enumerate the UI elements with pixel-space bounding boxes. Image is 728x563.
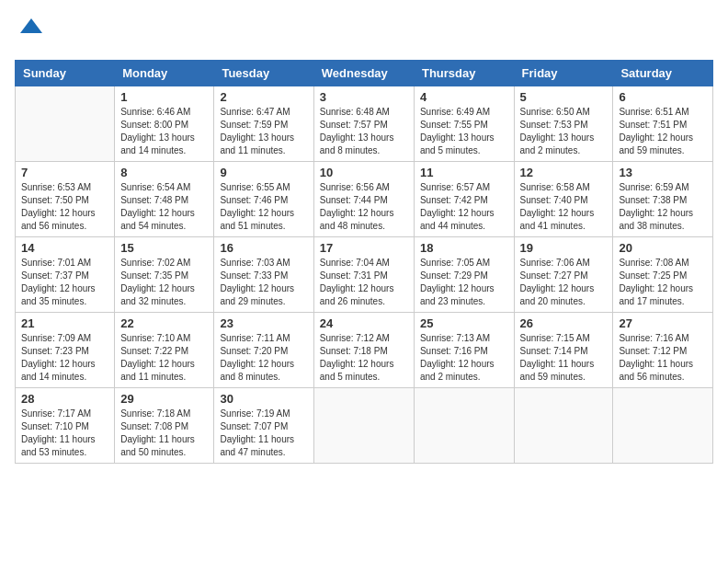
day-info: Sunrise: 6:53 AM Sunset: 7:50 PM Dayligh… (21, 181, 108, 233)
day-number: 13 (619, 166, 707, 179)
svg-marker-0 (20, 18, 42, 33)
day-number: 9 (220, 166, 307, 179)
day-info: Sunrise: 6:57 AM Sunset: 7:42 PM Dayligh… (420, 181, 508, 233)
day-info: Sunrise: 7:09 AM Sunset: 7:23 PM Dayligh… (21, 332, 108, 384)
day-info: Sunrise: 6:59 AM Sunset: 7:38 PM Dayligh… (619, 181, 707, 233)
header-sunday: Sunday (16, 61, 115, 86)
calendar-week-row: 14Sunrise: 7:01 AM Sunset: 7:37 PM Dayli… (16, 237, 713, 313)
calendar-cell: 22Sunrise: 7:10 AM Sunset: 7:22 PM Dayli… (115, 313, 214, 388)
logo (15, 15, 46, 49)
calendar-cell (414, 388, 514, 464)
day-info: Sunrise: 7:08 AM Sunset: 7:25 PM Dayligh… (619, 257, 707, 308)
day-info: Sunrise: 6:50 AM Sunset: 7:53 PM Dayligh… (520, 106, 608, 157)
day-number: 30 (220, 392, 307, 406)
day-number: 24 (320, 316, 408, 330)
day-info: Sunrise: 7:02 AM Sunset: 7:35 PM Dayligh… (120, 257, 208, 308)
calendar-cell: 6Sunrise: 6:51 AM Sunset: 7:51 PM Daylig… (613, 86, 713, 162)
calendar-table: SundayMondayTuesdayWednesdayThursdayFrid… (15, 60, 713, 464)
day-number: 5 (520, 90, 608, 104)
day-number: 22 (120, 316, 208, 330)
calendar-cell: 23Sunrise: 7:11 AM Sunset: 7:20 PM Dayli… (214, 313, 313, 388)
calendar-cell: 3Sunrise: 6:48 AM Sunset: 7:57 PM Daylig… (313, 86, 414, 162)
day-info: Sunrise: 7:06 AM Sunset: 7:27 PM Dayligh… (520, 257, 608, 308)
day-info: Sunrise: 7:18 AM Sunset: 7:08 PM Dayligh… (120, 408, 208, 459)
day-number: 27 (619, 316, 707, 330)
header-thursday: Thursday (414, 61, 514, 86)
day-number: 18 (420, 241, 508, 255)
day-info: Sunrise: 7:13 AM Sunset: 7:16 PM Dayligh… (420, 332, 508, 384)
calendar-cell: 10Sunrise: 6:56 AM Sunset: 7:44 PM Dayli… (313, 162, 414, 237)
day-info: Sunrise: 7:10 AM Sunset: 7:22 PM Dayligh… (120, 332, 208, 384)
header-tuesday: Tuesday (214, 61, 313, 86)
calendar-cell: 15Sunrise: 7:02 AM Sunset: 7:35 PM Dayli… (115, 237, 214, 313)
calendar-cell: 27Sunrise: 7:16 AM Sunset: 7:12 PM Dayli… (613, 313, 713, 388)
calendar-cell (613, 388, 713, 464)
calendar-cell: 17Sunrise: 7:04 AM Sunset: 7:31 PM Dayli… (313, 237, 414, 313)
header-wednesday: Wednesday (313, 61, 414, 86)
day-number: 17 (320, 241, 408, 255)
day-info: Sunrise: 7:05 AM Sunset: 7:29 PM Dayligh… (420, 257, 508, 308)
page-header (15, 15, 713, 49)
day-info: Sunrise: 6:55 AM Sunset: 7:46 PM Dayligh… (220, 181, 307, 233)
header-saturday: Saturday (613, 61, 713, 86)
day-number: 10 (320, 166, 408, 179)
header-friday: Friday (514, 61, 613, 86)
day-number: 20 (619, 241, 707, 255)
calendar-header-row: SundayMondayTuesdayWednesdayThursdayFrid… (16, 61, 713, 86)
day-info: Sunrise: 6:58 AM Sunset: 7:40 PM Dayligh… (520, 181, 608, 233)
day-info: Sunrise: 7:04 AM Sunset: 7:31 PM Dayligh… (320, 257, 408, 308)
calendar-cell: 8Sunrise: 6:54 AM Sunset: 7:48 PM Daylig… (115, 162, 214, 237)
day-number: 16 (220, 241, 307, 255)
day-info: Sunrise: 6:49 AM Sunset: 7:55 PM Dayligh… (420, 106, 508, 157)
calendar-cell (514, 388, 613, 464)
calendar-cell: 9Sunrise: 6:55 AM Sunset: 7:46 PM Daylig… (214, 162, 313, 237)
calendar-cell: 4Sunrise: 6:49 AM Sunset: 7:55 PM Daylig… (414, 86, 514, 162)
day-info: Sunrise: 7:01 AM Sunset: 7:37 PM Dayligh… (21, 257, 108, 308)
day-number: 8 (120, 166, 208, 179)
calendar-cell: 29Sunrise: 7:18 AM Sunset: 7:08 PM Dayli… (115, 388, 214, 464)
calendar-week-row: 28Sunrise: 7:17 AM Sunset: 7:10 PM Dayli… (16, 388, 713, 464)
calendar-cell: 28Sunrise: 7:17 AM Sunset: 7:10 PM Dayli… (16, 388, 115, 464)
header-monday: Monday (115, 61, 214, 86)
day-info: Sunrise: 6:47 AM Sunset: 7:59 PM Dayligh… (220, 106, 307, 157)
calendar-cell: 21Sunrise: 7:09 AM Sunset: 7:23 PM Dayli… (16, 313, 115, 388)
calendar-cell: 19Sunrise: 7:06 AM Sunset: 7:27 PM Dayli… (514, 237, 613, 313)
day-info: Sunrise: 7:15 AM Sunset: 7:14 PM Dayligh… (520, 332, 608, 384)
calendar-week-row: 7Sunrise: 6:53 AM Sunset: 7:50 PM Daylig… (16, 162, 713, 237)
day-number: 1 (120, 90, 208, 104)
calendar-cell: 11Sunrise: 6:57 AM Sunset: 7:42 PM Dayli… (414, 162, 514, 237)
day-number: 15 (120, 241, 208, 255)
day-info: Sunrise: 7:12 AM Sunset: 7:18 PM Dayligh… (320, 332, 408, 384)
day-info: Sunrise: 6:51 AM Sunset: 7:51 PM Dayligh… (619, 106, 707, 157)
day-number: 6 (619, 90, 707, 104)
day-number: 28 (21, 392, 108, 406)
calendar-cell: 20Sunrise: 7:08 AM Sunset: 7:25 PM Dayli… (613, 237, 713, 313)
day-number: 26 (520, 316, 608, 330)
calendar-cell (16, 86, 115, 162)
day-number: 11 (420, 166, 508, 179)
calendar-cell: 18Sunrise: 7:05 AM Sunset: 7:29 PM Dayli… (414, 237, 514, 313)
day-number: 21 (21, 316, 108, 330)
calendar-cell: 1Sunrise: 6:46 AM Sunset: 8:00 PM Daylig… (115, 86, 214, 162)
calendar-week-row: 21Sunrise: 7:09 AM Sunset: 7:23 PM Dayli… (16, 313, 713, 388)
day-number: 2 (220, 90, 307, 104)
day-info: Sunrise: 7:11 AM Sunset: 7:20 PM Dayligh… (220, 332, 307, 384)
day-info: Sunrise: 6:54 AM Sunset: 7:48 PM Dayligh… (120, 181, 208, 233)
calendar-week-row: 1Sunrise: 6:46 AM Sunset: 8:00 PM Daylig… (16, 86, 713, 162)
day-info: Sunrise: 6:46 AM Sunset: 8:00 PM Dayligh… (120, 106, 208, 157)
calendar-cell: 24Sunrise: 7:12 AM Sunset: 7:18 PM Dayli… (313, 313, 414, 388)
day-info: Sunrise: 6:48 AM Sunset: 7:57 PM Dayligh… (320, 106, 408, 157)
day-number: 4 (420, 90, 508, 104)
day-number: 3 (320, 90, 408, 104)
day-number: 14 (21, 241, 108, 255)
day-info: Sunrise: 6:56 AM Sunset: 7:44 PM Dayligh… (320, 181, 408, 233)
day-info: Sunrise: 7:19 AM Sunset: 7:07 PM Dayligh… (220, 408, 307, 459)
calendar-cell: 30Sunrise: 7:19 AM Sunset: 7:07 PM Dayli… (214, 388, 313, 464)
calendar-cell: 5Sunrise: 6:50 AM Sunset: 7:53 PM Daylig… (514, 86, 613, 162)
calendar-cell: 13Sunrise: 6:59 AM Sunset: 7:38 PM Dayli… (613, 162, 713, 237)
calendar-cell: 16Sunrise: 7:03 AM Sunset: 7:33 PM Dayli… (214, 237, 313, 313)
day-number: 25 (420, 316, 508, 330)
day-number: 23 (220, 316, 307, 330)
day-info: Sunrise: 7:17 AM Sunset: 7:10 PM Dayligh… (21, 408, 108, 459)
calendar-cell: 26Sunrise: 7:15 AM Sunset: 7:14 PM Dayli… (514, 313, 613, 388)
